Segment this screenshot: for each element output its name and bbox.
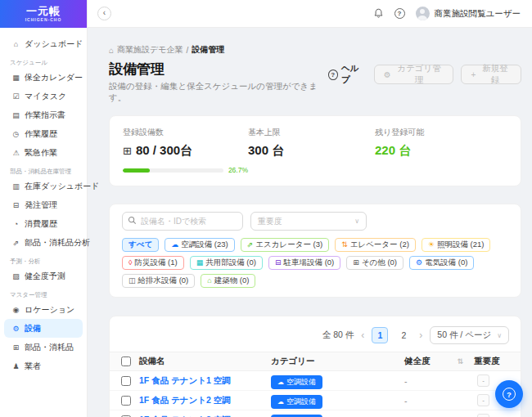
column-header-importance: 重要度 xyxy=(470,356,521,367)
stat-registered-value: 80 / 300台 xyxy=(136,143,192,159)
page-subtitle: 設備の登録・編集と保全スケジュールの管理ができます。 xyxy=(109,81,328,104)
sidebar-item-emergency-work[interactable]: ⚠ 緊急作業 xyxy=(0,143,87,162)
chevron-down-icon: ∨ xyxy=(354,217,359,225)
user-name: 商業施設閲覧ユーザー xyxy=(435,8,521,20)
health-value: - xyxy=(396,376,470,386)
table-header-row: 設備名 カテゴリー 健全度 ⇅ 重要度 xyxy=(110,352,521,371)
row-checkbox[interactable] xyxy=(121,376,131,386)
category-badge: ☁空調設備 xyxy=(271,415,322,417)
stat-registered-label: 登録設備数 xyxy=(123,127,248,138)
escalator-icon: ⇗ xyxy=(247,241,254,249)
filter-chip-plumbing[interactable]: ◫ 給排水設備 (0) xyxy=(122,274,195,288)
question-circle-icon: ? xyxy=(328,70,338,80)
sidebar-item-vendors[interactable]: ♟ 業者 xyxy=(0,356,87,375)
breadcrumb-company[interactable]: 商業施設デモ企業 xyxy=(117,44,183,56)
filter-chip-common-area[interactable]: ▦ 共用部設備 (0) xyxy=(190,256,263,270)
register-new-button[interactable]: + 新規登録 xyxy=(461,65,521,84)
sidebar-item-health-prediction[interactable]: ▨ 健全度予測 xyxy=(0,267,87,285)
wrench-icon: ⚙ xyxy=(11,325,20,333)
row-checkbox[interactable] xyxy=(121,396,131,406)
sidebar-item-order-management[interactable]: ⊟ 発注管理 xyxy=(0,195,87,214)
importance-cell[interactable]: - xyxy=(477,394,489,406)
sidebar-item-label: 在庫ダッシュボード xyxy=(25,181,99,192)
filter-chip-electrical[interactable]: ⚙ 電気設備 (0) xyxy=(409,256,474,270)
building-icon: ▦ xyxy=(196,259,204,267)
sidebar-item-equipment[interactable]: ⚙ 設備 xyxy=(4,319,83,338)
sidebar-item-parts-consumables[interactable]: ⊞ 部品・消耗品 xyxy=(0,338,87,356)
equipment-name-link[interactable]: 1F 食品 テナント1 空調 xyxy=(139,375,271,387)
breadcrumb-separator: / xyxy=(187,46,189,55)
chip-label: 建築物 (0) xyxy=(214,276,250,286)
gear-icon: ⚙ xyxy=(384,70,391,79)
lightbulb-icon: ☀ xyxy=(428,241,435,249)
app-logo[interactable]: 一元帳 ICHIGEN-CHO xyxy=(0,0,87,28)
importance-cell[interactable]: - xyxy=(477,374,489,387)
filter-chip-hvac[interactable]: ☁ 空調設備 (23) xyxy=(165,238,235,252)
notification-bell-icon[interactable] xyxy=(373,8,384,19)
sidebar-item-dashboard[interactable]: ⌂ ダッシュボード xyxy=(0,34,87,53)
map-pin-icon: ◉ xyxy=(11,306,20,314)
category-filter-chips: すべて ☁ 空調設備 (23) ⇗ エスカレーター (3) ⇅ エレベーター (… xyxy=(122,238,508,288)
sidebar-item-maintenance-calendar[interactable]: ▦ 保全カレンダー xyxy=(0,68,87,87)
page-size-select[interactable]: 50 件 / ページ ∨ xyxy=(430,326,509,344)
category-manage-button[interactable]: ⚙ カテゴリ管理 xyxy=(374,65,454,84)
stats-card: 登録設備数 ⊞ 80 / 300台 26.7% 基本上限 300 台 残り登録可… xyxy=(109,115,521,186)
sidebar-item-inventory-dashboard[interactable]: ▥ 在庫ダッシュボード xyxy=(0,177,87,195)
sort-icon[interactable]: ⇅ xyxy=(457,357,463,365)
plus-icon: + xyxy=(471,70,476,79)
sidebar-item-label: 緊急作業 xyxy=(25,147,57,159)
equipment-name-link[interactable]: 1F 食品 テナント3 空調 xyxy=(139,415,271,417)
stat-limit-value: 300 台 xyxy=(248,143,375,159)
sidebar-item-location[interactable]: ◉ ロケーション xyxy=(0,300,87,319)
floating-help-button[interactable]: ? xyxy=(495,380,523,408)
sidebar-heading-prediction: 予測・分析 xyxy=(10,257,87,267)
filter-chip-all[interactable]: すべて xyxy=(122,238,159,252)
filter-chip-lighting[interactable]: ☀ 照明設備 (21) xyxy=(422,238,491,252)
help-button[interactable]: ? ヘルプ xyxy=(328,63,367,86)
help-icon[interactable]: ? xyxy=(394,8,405,19)
filter-chip-other[interactable]: ⊞ その他 (0) xyxy=(346,256,404,270)
sidebar-item-parts-analysis[interactable]: ⇗ 部品・消耗品分析 xyxy=(0,233,87,252)
sidebar-item-work-orders[interactable]: ▤ 作業指示書 xyxy=(0,105,87,124)
registered-progress-bar xyxy=(123,168,223,173)
total-count: 全 80 件 xyxy=(322,330,354,341)
equipment-grid-icon: ⊞ xyxy=(123,145,132,157)
pipes-icon: ◫ xyxy=(128,277,136,285)
sidebar-collapse-button[interactable]: ‹ xyxy=(97,7,111,20)
equipment-name-link[interactable]: 1F 食品 テナント2 空調 xyxy=(139,395,271,406)
search-input[interactable] xyxy=(122,212,243,231)
filter-chip-building[interactable]: ⌂ 建築物 (0) xyxy=(201,274,255,288)
select-all-checkbox[interactable] xyxy=(121,356,131,366)
company-icon: ⌂ xyxy=(109,46,114,55)
importance-select-placeholder: 重要度 xyxy=(258,216,282,227)
filter-chip-escalator[interactable]: ⇗ エスカレーター (3) xyxy=(241,238,329,252)
equipment-table-card: 全 80 件 ‹ 1 2 › 50 件 / ページ ∨ 設備名 カテゴリー 健全… xyxy=(109,316,521,417)
importance-cell[interactable]: - xyxy=(477,414,489,417)
sidebar-heading-schedule: スケジュール xyxy=(10,58,87,68)
page-2-button[interactable]: 2 xyxy=(395,327,412,343)
stat-remaining-label: 残り登録可能 xyxy=(375,127,507,138)
page-size-value: 50 件 / ページ xyxy=(437,330,491,341)
chip-label: 電気設備 (0) xyxy=(425,258,467,268)
elevator-icon: ⇅ xyxy=(341,241,348,249)
importance-select[interactable]: 重要度 ∨ xyxy=(250,212,367,231)
chip-label: 照明設備 (21) xyxy=(437,240,485,250)
sidebar-item-work-history[interactable]: ◷ 作業履歴 xyxy=(0,124,87,143)
filter-chip-elevator[interactable]: ⇅ エレベーター (2) xyxy=(335,238,416,252)
main-content: ⌂ 商業施設デモ企業 / 設備管理 設備管理 設備の登録・編集と保全スケジュール… xyxy=(88,28,532,417)
alert-icon: ⚠ xyxy=(11,149,20,157)
app-logo-title: 一元帳 xyxy=(26,6,61,17)
stat-remaining: 残り登録可能 220 台 xyxy=(375,127,507,174)
sidebar-item-consumption-history[interactable]: ◔ 消費履歴 xyxy=(0,214,87,233)
next-page-button[interactable]: › xyxy=(419,330,422,340)
trend-chart-icon: ⇗ xyxy=(11,239,20,247)
document-icon: ▤ xyxy=(11,111,20,119)
chart-icon: ▨ xyxy=(11,272,20,280)
filter-chip-parking[interactable]: ⊟ 駐車場設備 (0) xyxy=(268,256,340,270)
user-menu[interactable]: 商業施設閲覧ユーザー xyxy=(416,7,521,20)
prev-page-button[interactable]: ‹ xyxy=(361,330,364,340)
page-1-button[interactable]: 1 xyxy=(372,327,388,343)
category-manage-label: カテゴリ管理 xyxy=(394,63,444,86)
filter-chip-fire-safety[interactable]: ◊ 防災設備 (1) xyxy=(122,256,184,270)
sidebar-item-my-tasks[interactable]: ☑ マイタスク xyxy=(0,87,87,105)
